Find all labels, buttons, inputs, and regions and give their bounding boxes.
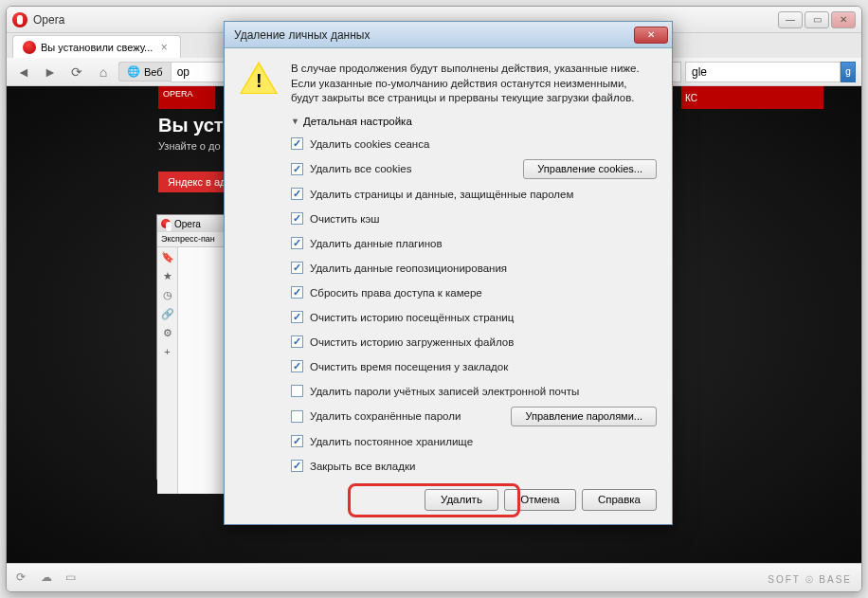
browser-tab[interactable]: Вы установили свежу... × [12,35,181,58]
search-button[interactable]: g [841,62,856,82]
search-input[interactable] [685,62,841,82]
help-button[interactable]: Справка [582,489,657,511]
option-checkbox[interactable] [291,163,303,175]
dialog-title: Удаление личных данных [234,28,370,42]
opera-logo: OPERA [158,86,215,109]
option-row: Очистить время посещения у закладок [291,357,657,376]
option-row: Удалить постоянное хранилище [291,432,657,451]
option-label: Удалить пароли учётных записей электронн… [310,386,579,397]
option-checkbox[interactable] [291,435,303,447]
dialog-message: В случае продолжения будут выполнены дей… [291,62,657,106]
search-icon: g [845,66,851,77]
option-row: Удалить сохранённые паролиУправление пар… [291,407,657,426]
home-button[interactable]: ⌂ [92,61,115,83]
tab-label: Вы установили свежу... [41,42,153,53]
delete-private-data-dialog: Удаление личных данных ✕ ! В случае прод… [224,21,673,525]
option-checkbox[interactable] [291,212,303,225]
status-bar: ⟳ ☁ ▭ SOFT ⦾ BASE [7,563,861,591]
sidebar-plus-icon[interactable]: + [161,346,174,359]
forward-button[interactable]: ► [39,61,62,83]
maximize-button[interactable]: ▭ [805,11,829,28]
mini-opera-icon [161,219,171,228]
manage-button[interactable]: Управление cookies... [523,159,657,179]
option-label: Очистить историю загруженных файлов [310,336,514,348]
mini-title: Opera [174,219,201,229]
hero-subtitle: Узнайте о до [158,140,234,152]
details-toggle[interactable]: ▼ Детальная настройка [291,116,657,127]
option-checkbox[interactable] [291,137,303,150]
option-checkbox[interactable] [291,335,303,348]
sidebar-link-icon[interactable]: 🔗 [161,308,174,321]
option-label: Удалить все cookies [310,163,411,174]
option-row: Очистить историю посещённых страниц [291,308,657,327]
option-label: Сбросить права доступа к камере [310,287,482,299]
manage-button[interactable]: Управление паролями... [511,407,657,426]
option-row: Сбросить права доступа к камере [291,283,657,302]
option-row: Удалить cookies сеанса [291,135,657,154]
panel-icon[interactable]: ▭ [65,571,81,586]
option-label: Очистить кэш [310,213,380,225]
app-title: Opera [33,13,64,27]
option-checkbox[interactable] [291,311,303,323]
option-checkbox[interactable] [291,286,303,299]
hero-title: Вы уста [158,115,234,136]
option-row: Удалить данные геопозиционирования [291,259,657,278]
cancel-button[interactable]: Отмена [504,489,576,511]
option-row: Удалить все cookiesУправление cookies... [291,159,657,179]
sidebar-bookmark-icon[interactable]: 🔖 [161,251,174,264]
warning-icon: ! [240,62,278,96]
option-row: Удалить пароли учётных записей электронн… [291,382,657,401]
option-row: Закрыть все вкладки [291,457,657,476]
tab-favicon-icon [23,41,36,54]
reload-button[interactable]: ⟳ [65,61,88,83]
options-list: Удалить cookies сеансаУдалить все cookie… [291,135,657,476]
option-checkbox[interactable] [291,460,303,472]
option-label: Удалить cookies сеанса [310,138,429,150]
sync-icon[interactable]: ⟳ [16,571,31,586]
address-mode-label[interactable]: 🌐Веб [118,62,171,82]
dialog-titlebar: Удаление личных данных ✕ [225,22,672,48]
minimize-button[interactable]: — [778,11,803,28]
option-checkbox[interactable] [291,262,303,274]
cloud-icon[interactable]: ☁ [41,571,56,586]
details-label: Детальная настройка [303,116,412,127]
option-checkbox[interactable] [291,360,303,372]
option-row: Удалить страницы и данные, защищённые па… [291,185,657,204]
chevron-down-icon: ▼ [291,117,299,126]
option-label: Удалить данные геопозиционирования [310,263,507,274]
option-row: Удалить данные плагинов [291,234,657,253]
option-label: Очистить историю посещённых страниц [310,312,514,323]
option-checkbox[interactable] [291,410,303,423]
dialog-close-button[interactable]: ✕ [634,27,668,44]
sidebar-star-icon[interactable]: ★ [161,270,174,283]
option-label: Закрыть все вкладки [310,461,415,472]
opera-icon [12,12,27,27]
close-window-button[interactable]: ✕ [831,11,856,28]
option-label: Удалить данные плагинов [310,238,443,249]
option-label: Очистить время посещения у закладок [310,361,508,372]
right-box: КС [681,86,823,109]
soft-base-watermark: SOFT ⦾ BASE [768,574,852,586]
option-row: Очистить историю загруженных файлов [291,333,657,352]
option-row: Очистить кэш [291,209,657,228]
option-checkbox[interactable] [291,385,303,397]
option-checkbox[interactable] [291,188,303,200]
sidebar-history-icon[interactable]: ◷ [161,289,174,302]
option-label: Удалить сохранённые пароли [310,410,461,422]
option-checkbox[interactable] [291,237,303,249]
tab-close-icon[interactable]: × [157,41,171,54]
option-label: Удалить постоянное хранилище [310,436,473,447]
back-button[interactable]: ◄ [12,61,35,83]
sidebar-gear-icon[interactable]: ⚙ [161,327,174,340]
option-label: Удалить страницы и данные, защищённые па… [310,189,573,200]
delete-button[interactable]: Удалить [425,489,498,511]
